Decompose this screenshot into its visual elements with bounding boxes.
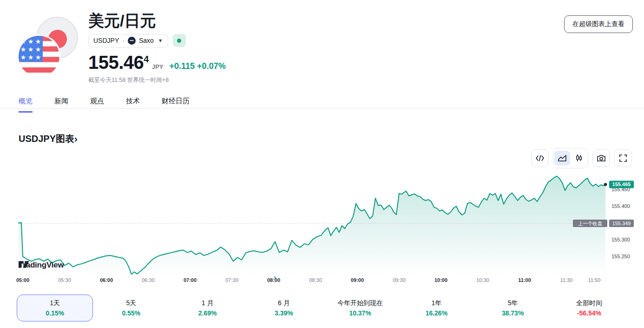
chart-style-switch <box>553 148 588 168</box>
camera-icon <box>597 154 606 162</box>
area-fill <box>19 176 605 276</box>
symbol-selector[interactable]: USDJPY · Saxo ▼ <box>88 34 168 47</box>
last-price-dot <box>604 183 607 186</box>
range-label: 1年 <box>431 299 441 308</box>
quote-timestamp: 截至今天11:58 世界统一时间+8 <box>88 76 226 84</box>
range-label: 1 月 <box>202 299 214 308</box>
currency-pair-flags: ★★★ ★★★ ★★★ <box>16 13 80 81</box>
price-chart[interactable]: 155.450155.400155.300155.250上一个收盘155.349… <box>0 171 644 288</box>
saxo-exchange-icon <box>128 37 136 45</box>
svg-text:★: ★ <box>35 54 41 61</box>
green-dot-icon <box>177 39 181 43</box>
range-change-percent: 38.73% <box>502 309 524 317</box>
range-button-5天[interactable]: 5天0.55% <box>93 295 169 321</box>
range-label: 5年 <box>508 299 518 308</box>
svg-text:★: ★ <box>35 38 41 45</box>
open-superchart-button[interactable]: 在超级图表上查看 <box>564 15 633 33</box>
chart-toolbar <box>531 148 632 168</box>
price-axis-label[interactable]: 155.400 <box>611 203 630 209</box>
chart-heading-link[interactable]: USDJPY图表› <box>19 133 78 145</box>
market-open-indicator[interactable] <box>173 34 186 47</box>
time-axis-label[interactable]: 06:30 <box>135 277 161 283</box>
time-axis-label[interactable]: 11:50 <box>581 277 607 283</box>
time-axis-label[interactable]: 09:00 <box>344 277 370 283</box>
range-change-percent: 3.39% <box>275 309 293 317</box>
range-change-percent: 16.26% <box>426 309 447 317</box>
range-label: 1天 <box>50 299 60 308</box>
code-icon <box>535 154 545 162</box>
price-superscript: 4 <box>144 54 149 64</box>
us-flag-icon: ★★★ ★★★ ★★★ <box>17 34 61 78</box>
range-button-1天[interactable]: 1天0.15% <box>17 295 93 321</box>
symbol-name: USDJPY <box>93 37 119 44</box>
time-axis-label[interactable]: 07:00 <box>177 277 203 283</box>
time-axis-label[interactable]: 09:30 <box>386 277 412 283</box>
snapshot-button[interactable] <box>592 149 610 167</box>
prev-close-price-text: 155.349 <box>612 221 631 226</box>
tabbar-divider <box>0 108 644 109</box>
svg-text:★: ★ <box>35 46 41 53</box>
time-axis-label[interactable]: 10:30 <box>470 277 496 283</box>
chart-canvas: 155.450155.400155.300155.250上一个收盘155.349… <box>0 171 644 288</box>
time-axis-label[interactable]: 08:00 <box>261 277 287 283</box>
candles-chart-style-button[interactable] <box>571 151 587 166</box>
time-axis-label[interactable]: 07:30 <box>219 277 245 283</box>
section-tabbar: 概览新闻观点技术财经日历 <box>19 97 211 113</box>
time-axis-label[interactable]: 05:00 <box>10 277 36 283</box>
time-axis-label[interactable]: 10:00 <box>428 277 454 283</box>
price-axis-label[interactable]: 155.300 <box>611 237 630 242</box>
range-label: 6 月 <box>278 299 290 308</box>
range-label: 今年开始到现在 <box>337 299 383 308</box>
exchange-name: Saxo <box>139 37 154 44</box>
svg-text:★: ★ <box>20 46 26 53</box>
price-change: +0.115 +0.07% <box>170 61 226 71</box>
chevron-down-icon: ▼ <box>158 38 163 43</box>
range-button-5年[interactable]: 5年38.73% <box>475 295 551 321</box>
page-title: 美元/日元 <box>88 12 226 29</box>
price-axis-label[interactable]: 155.250 <box>611 254 630 259</box>
svg-text:★: ★ <box>28 46 34 53</box>
time-axis-label[interactable]: 11:00 <box>512 277 538 283</box>
area-chart-icon <box>558 154 567 162</box>
symbol-separator: · <box>122 37 125 44</box>
range-button-1 月[interactable]: 1 月2.69% <box>170 295 246 321</box>
prev-close-label-text: 上一个收盘 <box>578 221 603 226</box>
time-axis-label[interactable]: 11:30 <box>553 277 579 283</box>
tradingview-attribution[interactable]: TradingView <box>19 261 64 270</box>
last-price-text: 155.465 <box>612 181 631 187</box>
svg-text:★: ★ <box>20 54 26 61</box>
range-change-percent: 0.15% <box>46 309 64 317</box>
tab-观点[interactable]: 观点 <box>90 97 104 113</box>
range-button-全部时间[interactable]: 全部时间-56.54% <box>551 295 627 321</box>
current-price: 155.464 <box>88 52 149 73</box>
range-button-今年开始到现在[interactable]: 今年开始到现在10.37% <box>322 295 398 321</box>
range-button-1年[interactable]: 1年16.26% <box>398 295 474 321</box>
range-change-percent: 10.37% <box>349 309 371 317</box>
svg-text:★: ★ <box>28 54 34 61</box>
tab-财经日历[interactable]: 财经日历 <box>162 97 190 113</box>
range-button-6 月[interactable]: 6 月3.39% <box>246 295 322 321</box>
tab-概览[interactable]: 概览 <box>19 97 33 113</box>
time-axis-label[interactable]: 05:30 <box>52 277 78 283</box>
date-range-selector: 1天0.15%5天0.55%1 月2.69%6 月3.39%今年开始到现在10.… <box>17 295 627 321</box>
range-label: 全部时间 <box>576 299 602 308</box>
range-label: 5天 <box>126 299 136 308</box>
svg-text:★: ★ <box>28 38 34 45</box>
fullscreen-button[interactable] <box>614 149 632 167</box>
area-chart-style-button[interactable] <box>554 151 570 166</box>
embed-code-button[interactable] <box>531 149 549 167</box>
time-axis-label[interactable]: 06:00 <box>93 277 119 283</box>
range-change-percent: 2.69% <box>198 309 217 317</box>
tab-技术[interactable]: 技术 <box>126 97 140 113</box>
time-axis-label[interactable]: 08:30 <box>302 277 329 283</box>
range-change-percent: 0.55% <box>122 309 141 317</box>
range-change-percent: -56.54% <box>577 309 601 317</box>
tab-新闻[interactable]: 新闻 <box>54 97 68 113</box>
candlestick-icon <box>575 154 583 162</box>
tradingview-logo-icon <box>19 261 30 270</box>
currency-code: JPY <box>152 63 164 70</box>
fullscreen-icon <box>619 154 627 162</box>
usd-jpy-flag-icon: ★★★ ★★★ ★★★ <box>16 13 80 79</box>
